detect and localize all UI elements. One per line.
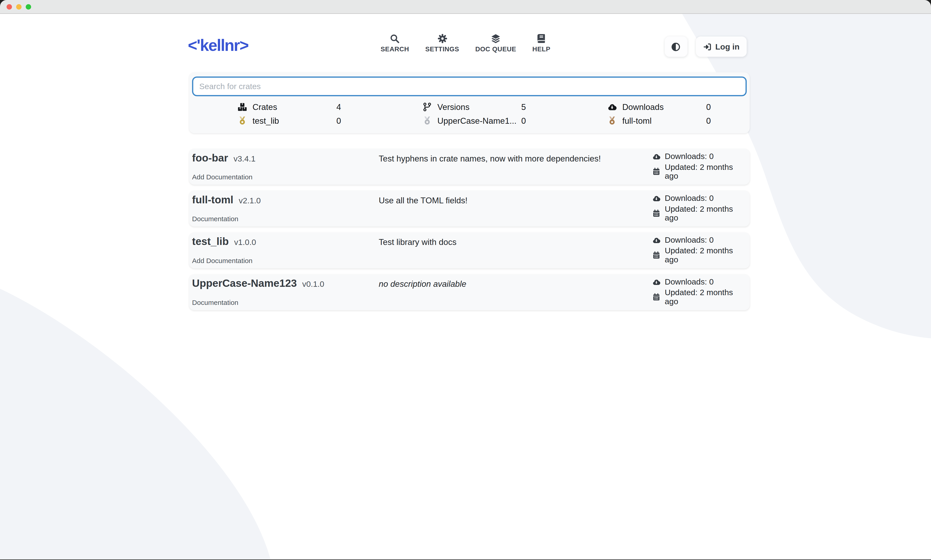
main-nav: SEARCH SETTINGS DOC QUEUE HELP — [0, 34, 931, 53]
stat-label: UpperCase-Name1... — [437, 115, 517, 125]
stats-grid: Crates 4 Versions 5 Downloads 0 test_lib… — [192, 100, 747, 127]
medal-icon — [607, 115, 617, 125]
nav-item-doc-queue[interactable]: DOC QUEUE — [475, 34, 516, 53]
crate-card: UpperCase-Name123 v0.1.0 Documentation n… — [189, 274, 750, 310]
header: <'kellnr> SEARCH SETTINGS DOC QUEUE HELP… — [0, 14, 931, 60]
calendar-icon — [652, 251, 661, 259]
stat-value: 0 — [337, 115, 341, 125]
crate-doc-link[interactable]: Documentation — [192, 299, 379, 306]
crate-downloads: Downloads: 0 — [665, 235, 714, 245]
stat-downloads: Downloads 0 — [562, 100, 747, 114]
crate-doc-link[interactable]: Add Documentation — [192, 257, 379, 264]
crate-name-link[interactable]: test_lib — [192, 235, 229, 248]
gear-icon — [437, 34, 448, 44]
stat-top-crate-3: full-toml 0 — [562, 114, 747, 127]
nav-item-settings[interactable]: SETTINGS — [425, 34, 459, 53]
crate-name-link[interactable]: UpperCase-Name123 — [192, 277, 297, 290]
crate-updated: Updated: 2 months ago — [665, 205, 747, 222]
stat-versions: Versions 5 — [377, 100, 562, 114]
crate-downloads: Downloads: 0 — [665, 152, 714, 161]
stat-value: 0 — [706, 115, 711, 125]
crate-doc-link[interactable]: Add Documentation — [192, 173, 379, 180]
calendar-icon — [652, 293, 661, 301]
crate-version: v1.0.0 — [234, 238, 256, 247]
login-label: Log in — [715, 42, 740, 51]
stat-crates: Crates 4 — [192, 100, 377, 114]
window-minimize-button[interactable] — [16, 4, 22, 9]
stat-label: full-toml — [622, 115, 652, 125]
crate-downloads: Downloads: 0 — [665, 277, 714, 286]
crate-version: v0.1.0 — [302, 280, 324, 289]
background-blob-bottom-left — [0, 289, 270, 559]
crate-downloads: Downloads: 0 — [665, 194, 714, 203]
crate-name-link[interactable]: full-toml — [192, 194, 233, 206]
crate-version: v2.1.0 — [239, 196, 261, 205]
boxes-icon — [238, 102, 247, 111]
theme-toggle-button[interactable] — [664, 36, 687, 57]
search-icon — [390, 34, 400, 44]
crate-doc-link[interactable]: Documentation — [192, 215, 379, 222]
stat-label: Downloads — [622, 102, 664, 111]
header-actions: Log in — [664, 36, 747, 57]
branch-icon — [423, 102, 432, 111]
main-content: Crates 4 Versions 5 Downloads 0 test_lib… — [189, 72, 750, 310]
stat-top-crate-1: test_lib 0 — [192, 114, 377, 127]
cloud-download-icon — [652, 278, 661, 286]
page: <'kellnr> SEARCH SETTINGS DOC QUEUE HELP… — [0, 14, 931, 560]
crate-updated: Updated: 2 months ago — [665, 163, 747, 180]
nav-item-search[interactable]: SEARCH — [381, 34, 409, 53]
stat-value: 0 — [706, 102, 711, 111]
crate-card: foo-bar v3.4.1 Add Documentation Test hy… — [189, 149, 750, 185]
crate-description: Test library with docs — [379, 235, 652, 264]
crate-updated: Updated: 2 months ago — [665, 288, 747, 306]
window-zoom-button[interactable] — [26, 4, 31, 9]
crate-updated: Updated: 2 months ago — [665, 246, 747, 264]
crate-card: full-toml v2.1.0 Documentation Use all t… — [189, 191, 750, 227]
stat-label: test_lib — [252, 115, 279, 125]
circle-half-icon — [671, 42, 681, 52]
crate-list: foo-bar v3.4.1 Add Documentation Test hy… — [189, 149, 750, 310]
crate-description: Use all the TOML fields! — [379, 194, 652, 222]
crate-version: v3.4.1 — [233, 154, 255, 163]
calendar-icon — [652, 209, 661, 218]
login-button[interactable]: Log in — [696, 36, 747, 57]
cloud-download-icon — [652, 152, 661, 161]
stat-value: 5 — [521, 102, 526, 111]
crate-card: test_lib v1.0.0 Add Documentation Test l… — [189, 232, 750, 268]
login-icon — [703, 42, 712, 51]
search-input[interactable] — [192, 77, 747, 96]
search-panel: Crates 4 Versions 5 Downloads 0 test_lib… — [189, 72, 750, 134]
stat-value: 0 — [521, 115, 526, 125]
nav-item-help[interactable]: HELP — [532, 34, 550, 53]
crate-description: no description available — [379, 277, 652, 306]
book-icon — [536, 34, 547, 44]
cloud-download-icon — [652, 236, 661, 244]
stat-label: Versions — [437, 102, 469, 111]
window-close-button[interactable] — [6, 4, 12, 9]
layers-icon — [491, 34, 501, 44]
crate-name-link[interactable]: foo-bar — [192, 152, 228, 164]
cloud-download-icon — [652, 194, 661, 202]
medal-icon — [238, 115, 247, 125]
calendar-icon — [652, 168, 661, 176]
stat-value: 4 — [337, 102, 341, 111]
stat-top-crate-2: UpperCase-Name1... 0 — [377, 114, 562, 127]
medal-icon — [423, 115, 432, 125]
window-titlebar — [0, 0, 931, 14]
stat-label: Crates — [252, 102, 277, 111]
app-window: <'kellnr> SEARCH SETTINGS DOC QUEUE HELP… — [0, 0, 931, 560]
crate-description: Test hyphens in crate names, now with mo… — [379, 152, 652, 180]
cloud-down-icon — [607, 102, 617, 111]
